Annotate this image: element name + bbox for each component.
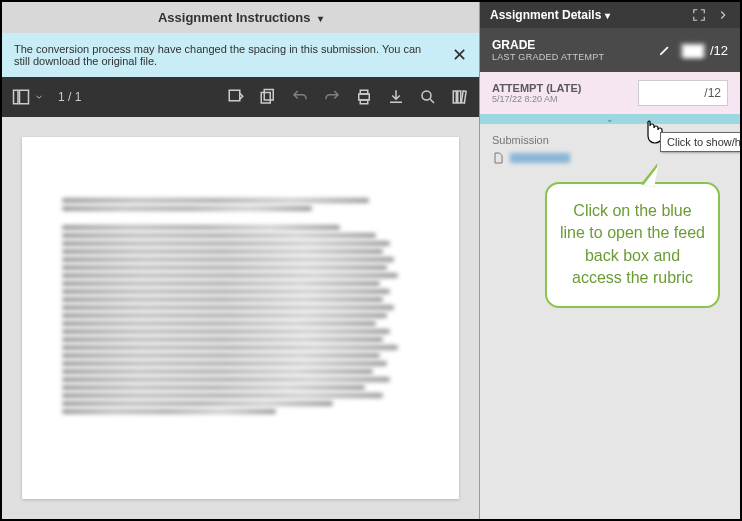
attempt-row: ATTEMPT (LATE) 5/17/22 8:20 AM: [480, 72, 740, 114]
redo-icon[interactable]: [323, 88, 341, 106]
svg-rect-5: [359, 94, 370, 100]
library-icon[interactable]: [451, 88, 469, 106]
close-icon[interactable]: ✕: [452, 44, 467, 66]
svg-rect-9: [453, 91, 456, 103]
pencil-icon[interactable]: [658, 43, 672, 57]
grade-score: ▇▇ /12: [680, 43, 728, 58]
chevron-right-icon[interactable]: [716, 8, 730, 22]
sidebar-icon: [12, 88, 30, 106]
attempt-title: ATTEMPT (LATE): [492, 82, 581, 94]
assignment-instructions-title: Assignment Instructions: [158, 10, 310, 25]
help-callout: Click on the blue line to open the feed …: [545, 182, 720, 308]
page-indicator: 1 / 1: [58, 90, 81, 104]
grade-subtitle: LAST GRADED ATTEMPT: [492, 52, 604, 62]
notice-text: The conversion process may have changed …: [14, 43, 421, 67]
svg-rect-1: [20, 90, 29, 104]
chevron-down-icon: ▾: [318, 13, 323, 24]
conversion-notice: The conversion process may have changed …: [2, 33, 479, 77]
svg-rect-11: [461, 91, 466, 103]
svg-rect-2: [229, 90, 240, 101]
expand-icon[interactable]: [692, 8, 706, 22]
assignment-instructions-header[interactable]: Assignment Instructions ▾: [2, 2, 479, 33]
chevron-down-icon: [34, 92, 44, 102]
submission-file-row[interactable]: [492, 152, 728, 164]
search-icon[interactable]: [419, 88, 437, 106]
document-page: [22, 137, 459, 499]
file-icon: [492, 152, 504, 164]
assignment-details-header[interactable]: Assignment Details ▾: [480, 2, 740, 28]
feedback-toggle-bar[interactable]: ⌄: [480, 114, 740, 124]
document-viewer[interactable]: [2, 117, 479, 519]
download-icon[interactable]: [387, 88, 405, 106]
chevron-down-icon: ⌄: [606, 114, 614, 124]
svg-point-8: [422, 91, 431, 100]
svg-rect-6: [360, 90, 368, 94]
tooltip: Click to show/hide: [660, 132, 742, 152]
document-toolbar: 1 / 1: [2, 77, 479, 117]
print-icon[interactable]: [355, 88, 373, 106]
svg-rect-3: [261, 93, 270, 104]
grade-summary: GRADE LAST GRADED ATTEMPT ▇▇ /12: [480, 28, 740, 72]
assignment-details-title: Assignment Details: [490, 8, 601, 22]
pages-icon[interactable]: [259, 88, 277, 106]
annotate-icon[interactable]: [227, 88, 245, 106]
svg-rect-0: [14, 90, 19, 104]
svg-rect-4: [264, 90, 273, 101]
attempt-timestamp: 5/17/22 8:20 AM: [492, 94, 581, 104]
assignment-details-panel: Assignment Details ▾ GRADE LAST GRADED A…: [480, 2, 740, 519]
sidebar-toggle-button[interactable]: [12, 88, 44, 106]
svg-rect-10: [458, 91, 461, 103]
callout-text: Click on the blue line to open the feed …: [560, 202, 705, 286]
grade-input[interactable]: [638, 80, 728, 106]
submission-filename: [510, 153, 570, 163]
chevron-down-icon: ▾: [605, 10, 610, 21]
grade-label: GRADE: [492, 38, 604, 52]
svg-rect-7: [360, 100, 368, 104]
undo-icon[interactable]: [291, 88, 309, 106]
